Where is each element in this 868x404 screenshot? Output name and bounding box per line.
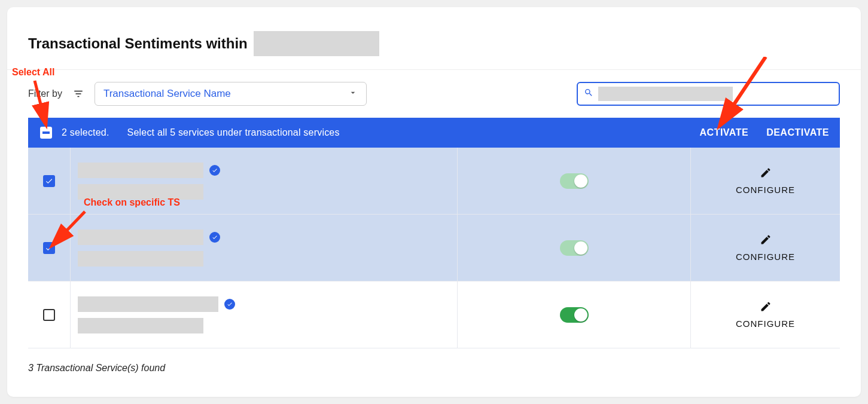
row-toggle-cell	[457, 148, 690, 214]
row-name-redacted	[78, 296, 218, 312]
row-checkbox-cell	[28, 242, 70, 254]
configure-button[interactable]: CONFIGURE	[736, 252, 795, 262]
deactivate-button[interactable]: DEACTIVATE	[766, 127, 829, 138]
filter-row: Filter by Transactional Service Name	[7, 70, 861, 118]
select-all-link[interactable]: Select all 5 services under transactiona…	[127, 127, 340, 138]
row-name-cell	[70, 148, 457, 214]
table-row: CONFIGURE	[28, 281, 840, 348]
page-header: Transactional Sentiments within	[7, 31, 861, 70]
edit-icon[interactable]	[760, 301, 772, 315]
edit-icon[interactable]	[760, 167, 772, 181]
table-row: CONFIGURE	[28, 215, 840, 281]
select-all-checkbox[interactable]	[40, 127, 52, 139]
row-toggle-cell	[457, 281, 690, 348]
page-title: Transactional Sentiments within	[28, 35, 248, 52]
row-subname-redacted	[78, 251, 203, 267]
status-toggle[interactable]	[560, 307, 589, 323]
filter-icon	[73, 88, 84, 99]
configure-button[interactable]: CONFIGURE	[736, 185, 795, 195]
row-name-cell	[70, 215, 457, 281]
selection-banner: 2 selected. Select all 5 services under …	[28, 118, 840, 148]
results-count: 3 Transactional Service(s) found	[7, 348, 861, 388]
title-redacted	[254, 31, 379, 56]
row-checkbox[interactable]	[43, 242, 55, 254]
row-checkbox-cell	[28, 175, 70, 187]
verified-icon	[209, 165, 220, 176]
search-input[interactable]	[577, 82, 840, 106]
configure-button[interactable]: CONFIGURE	[736, 319, 795, 329]
row-config-cell: CONFIGURE	[690, 148, 840, 214]
row-checkbox-cell	[28, 309, 70, 321]
verified-icon	[224, 299, 235, 310]
activate-button[interactable]: ACTIVATE	[700, 127, 749, 138]
search-icon	[584, 88, 593, 100]
search-redacted-value	[598, 87, 733, 101]
row-subname-redacted	[78, 318, 203, 333]
main-card: Transactional Sentiments within Filter b…	[7, 7, 861, 397]
row-checkbox[interactable]	[43, 175, 55, 187]
chevron-down-icon	[348, 88, 358, 100]
row-config-cell: CONFIGURE	[690, 215, 840, 281]
verified-icon	[209, 232, 220, 243]
filter-select-value: Transactional Service Name	[103, 88, 231, 100]
row-name-redacted	[78, 229, 203, 245]
row-config-cell: CONFIGURE	[690, 281, 840, 348]
row-name-redacted	[78, 163, 203, 178]
row-checkbox[interactable]	[43, 309, 55, 321]
table-row: CONFIGURE	[28, 148, 840, 215]
edit-icon[interactable]	[760, 234, 772, 248]
row-subname-redacted	[78, 184, 203, 200]
row-name-cell	[70, 281, 457, 348]
status-toggle[interactable]	[560, 240, 589, 256]
filter-by-label: Filter by	[28, 88, 62, 99]
filter-service-select[interactable]: Transactional Service Name	[95, 82, 367, 106]
selection-count: 2 selected.	[62, 127, 109, 138]
row-toggle-cell	[457, 215, 690, 281]
services-table: CONFIGURE	[28, 148, 840, 348]
status-toggle[interactable]	[560, 173, 589, 189]
